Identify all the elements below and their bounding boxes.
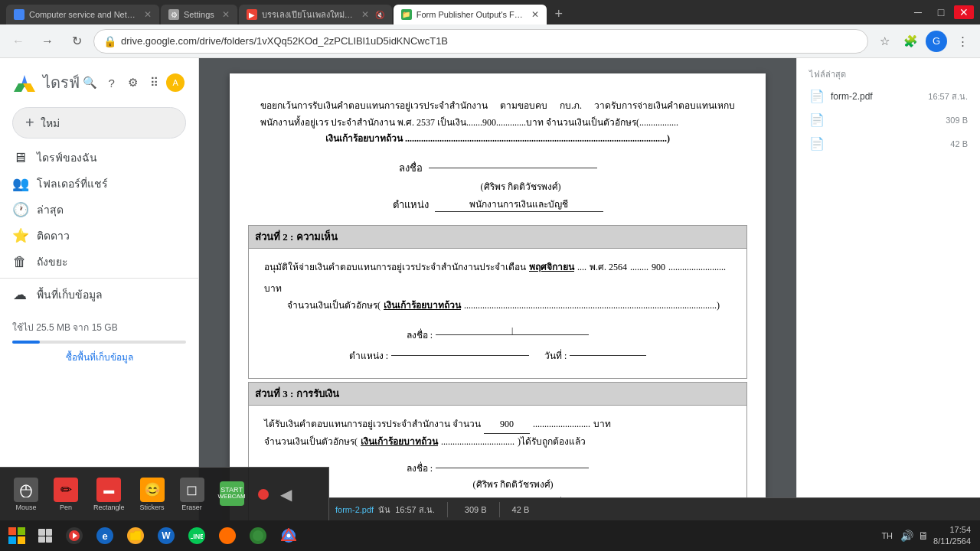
drive-menu-trash[interactable]: 🗑 ถังขยะ [0, 249, 192, 275]
section3-dots: ......................... [533, 415, 590, 433]
section3-text1: ได้รับเงินคำตอบแทนการอยู่เวรประจำสำนักงา… [264, 415, 481, 433]
taskbar-btn-ie[interactable]: e [90, 523, 119, 549]
svg-point-20 [287, 534, 291, 538]
file-bar-name-1: form-2.pdf [335, 505, 374, 514]
taskbar-btn-green[interactable] [243, 523, 273, 549]
file-bar-item-1: form-2.pdf นัน 16:57 ส.น. [335, 503, 435, 517]
sig-label-top: ลงชื่อ [399, 160, 423, 176]
svg-marker-3 [23, 83, 35, 92]
tab-youtube[interactable]: ▶ บรรเลงเปียโนเพลงใหม่ (อ... ✕ 🔇 [239, 5, 392, 24]
file-bar-size-2: 309 B [465, 505, 487, 514]
tab-settings[interactable]: ⚙ Settings ✕ [161, 5, 237, 24]
taskbar-btn-chrome[interactable] [274, 523, 303, 549]
window-controls: ─ □ ✕ [908, 5, 974, 19]
sig-underline-top [429, 168, 597, 168]
profile-icon[interactable]: G [925, 30, 948, 53]
webcam-text: WEBCAM [218, 494, 246, 500]
drive-settings-icon[interactable]: ⚙ [122, 71, 144, 94]
section2-pos-line [391, 355, 529, 356]
start-button[interactable] [3, 522, 31, 549]
grid-icon [38, 529, 52, 543]
new-tab-button[interactable]: + [548, 3, 570, 24]
anno-btn-mouse[interactable]: Mouse [9, 474, 43, 514]
anno-stickers-label: Stickers [140, 504, 165, 511]
menu-icon[interactable]: ⋮ [951, 30, 974, 53]
svg-point-16 [253, 530, 263, 541]
back-button[interactable]: ← [6, 29, 31, 54]
taskbar-grid-icon[interactable] [32, 523, 58, 549]
recent-icon: 🕐 [12, 201, 28, 218]
reload-button[interactable]: ↻ [64, 29, 89, 54]
anno-btn-stickers[interactable]: 😊 Stickers [136, 474, 169, 514]
tab-mute-icon[interactable]: 🔇 [375, 11, 384, 19]
mouse-svg [18, 482, 34, 497]
drive-menu-storage[interactable]: ☁ พื้นที่เก็บข้อมูล [0, 282, 192, 308]
drive-profile-icon[interactable]: A [165, 71, 186, 94]
storage-upgrade-button[interactable]: ซื้อพื้นที่เก็บข้อมูล [12, 350, 186, 364]
drive-menu-starred[interactable]: ⭐ ติดดาว [0, 223, 192, 249]
position-label-top: ตำแหน่ง [393, 197, 429, 213]
drive-search-icon[interactable]: 🔍 [80, 71, 101, 94]
drive-menu-shared[interactable]: 👥 โฟลเดอร์ที่แชร์ [0, 171, 192, 197]
drive-menu-recent[interactable]: 🕐 ล่าสุด [0, 197, 192, 223]
trash-label: ถังขยะ [37, 253, 68, 270]
minimize-button[interactable]: ─ [908, 5, 928, 19]
section2-baht: บาท [264, 279, 282, 298]
drive-logo-text: ไดรฟ์ [43, 70, 80, 95]
tray-network-icon[interactable]: 🖥 [918, 530, 929, 542]
file-bar-divider [447, 502, 448, 517]
right-panel-item-3[interactable]: 📄 42 B [803, 132, 974, 155]
close-button[interactable]: ✕ [954, 5, 974, 19]
drive-menu-my-drive[interactable]: 🖥 ไดรฟ์ของฉัน [0, 145, 192, 171]
rectangle-icon: ▬ [96, 478, 121, 502]
my-drive-label: ไดรฟ์ของฉัน [37, 149, 97, 166]
drive-help-icon[interactable]: ? [101, 71, 122, 94]
doc-sig-row-top: ลงชื่อ [399, 160, 597, 176]
tray-lang[interactable]: TH [878, 531, 896, 540]
anno-collapse-button[interactable]: ◀ [275, 468, 298, 520]
taskbar-btn-media[interactable] [60, 523, 89, 549]
right-panel-item-2[interactable]: 📄 309 B [803, 108, 974, 132]
anno-btn-webcam[interactable]: START WEBCAM [215, 478, 249, 510]
file-bar-size-3: 42 B [512, 505, 530, 514]
windows-logo [8, 527, 26, 545]
tab-close-4[interactable]: ✕ [531, 9, 539, 20]
doc-top-text: ขอยกเว้นการรับเงินคำตอบแทนการอยู่เวรประจ… [260, 98, 735, 131]
tab-close-3[interactable]: ✕ [361, 9, 369, 20]
taskbar-btn-word[interactable]: W [152, 523, 181, 549]
taskbar-btn-orange[interactable] [213, 523, 242, 549]
section2-pos-date-row: ตำแหน่ง : วันที่ : [349, 348, 647, 363]
maximize-button[interactable]: □ [931, 5, 951, 19]
right-panel-item-1[interactable]: 📄 form-2.pdf 16:57 ส.น. [803, 84, 974, 108]
tab-computer-service[interactable]: Computer service and Network ✕ [6, 5, 159, 24]
shared-label: โฟลเดอร์ที่แชร์ [37, 175, 108, 192]
eraser-icon: ◻ [180, 478, 204, 502]
storage-menu-label: พื้นที่เก็บข้อมูล [37, 286, 103, 303]
doc-amount-words-top: เงินเก้าร้อยบาทถ้วน ....................… [260, 131, 735, 148]
tray-volume-icon[interactable]: 🔊 [900, 530, 913, 542]
drive-new-button[interactable]: + ใหม่ [12, 107, 186, 139]
anno-btn-rectangle[interactable]: ▬ Rectangle [89, 474, 129, 514]
file-bar-item-2: 309 B [460, 505, 487, 514]
bookmark-star-icon[interactable]: ☆ [873, 30, 896, 53]
anno-btn-eraser[interactable]: ◻ Eraser [175, 474, 209, 514]
extensions-icon[interactable]: 🧩 [899, 30, 922, 53]
tab-close-2[interactable]: ✕ [222, 9, 230, 20]
svg-text:LINE: LINE [191, 533, 203, 540]
tab-label-2: Settings [184, 10, 214, 19]
address-bar[interactable]: 🔒 drive.google.com/drive/folders/1vXQq52… [93, 29, 868, 54]
anno-eraser-label: Eraser [181, 504, 202, 511]
file-size-3: 42 B [950, 139, 968, 148]
tray-time-text: 17:54 [933, 524, 971, 536]
green-icon [250, 527, 266, 544]
forward-button[interactable]: → [35, 29, 60, 54]
section2-sig-input-line: | [436, 334, 589, 335]
section3-sig-row: ลงชื่อ : [407, 461, 589, 475]
taskbar-btn-line[interactable]: LINE [182, 523, 211, 549]
taskbar-btn-explorer[interactable] [121, 523, 150, 549]
annotation-toolbar: Mouse ✏ Pen ▬ Rectangle 😊 Stickers ◻ Era… [0, 467, 329, 520]
tab-close-1[interactable]: ✕ [144, 9, 152, 20]
anno-btn-pen[interactable]: ✏ Pen [49, 474, 83, 514]
drive-apps-icon[interactable]: ⠿ [143, 71, 165, 94]
tab-drive[interactable]: 📁 Form Publisher Output's Folder ✕ [394, 5, 547, 24]
